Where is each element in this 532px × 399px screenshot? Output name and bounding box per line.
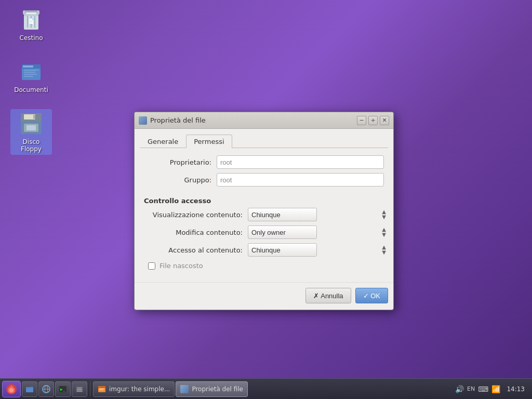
proprietario-label: Proprietario: xyxy=(144,158,217,166)
svg-rect-32 xyxy=(77,389,82,390)
modifica-row: Modifica contenuto: Chiunque Only owner … xyxy=(140,225,388,239)
proprietario-input[interactable] xyxy=(217,155,384,169)
accesso-label: Accesso al contenuto: xyxy=(144,246,248,254)
taskbar-tray: 🔊 EN ⌨ 📶 14:13 xyxy=(455,385,530,393)
svg-rect-33 xyxy=(77,391,82,392)
maximize-button[interactable]: + xyxy=(368,116,378,125)
visualizzazione-arrow-icon: ▲▼ xyxy=(382,209,386,220)
documenti-label: Documenti xyxy=(14,86,48,94)
clock-label: 14:13 xyxy=(503,385,528,393)
signal-icon: 📶 xyxy=(491,385,500,393)
floppy-label: Disco Floppy xyxy=(12,138,50,153)
modifica-select[interactable]: Chiunque Only owner Owner and group xyxy=(248,225,317,239)
gruppo-input[interactable] xyxy=(217,173,384,187)
dialog-window-label: Proprietà del file xyxy=(192,385,243,393)
close-button[interactable]: ✕ xyxy=(380,116,389,125)
taskbar-left: ▶_ imgur: the simple... Pro xyxy=(2,381,248,397)
desktop-icon-documenti[interactable]: Documenti xyxy=(10,57,52,96)
svg-point-23 xyxy=(9,388,14,392)
minimize-button[interactable]: − xyxy=(357,116,366,125)
hidden-file-checkbox[interactable] xyxy=(148,262,155,270)
dialog-controls: − + ✕ xyxy=(357,116,389,125)
svg-rect-14 xyxy=(24,74,37,75)
svg-text:📄: 📄 xyxy=(28,18,35,24)
cestino-label: Cestino xyxy=(20,34,43,42)
visualizzazione-select[interactable]: Chiunque Only owner Owner and group xyxy=(248,208,317,221)
gruppo-row: Gruppo: xyxy=(144,173,384,187)
svg-rect-1 xyxy=(25,10,37,12)
dialog-titlebar: Proprietà del file − + ✕ xyxy=(135,112,393,129)
svg-text:▶_: ▶_ xyxy=(60,387,65,392)
hidden-file-row: File nascosto xyxy=(148,262,388,270)
svg-rect-13 xyxy=(24,72,35,73)
modifica-select-wrapper: Chiunque Only owner Owner and group ▲▼ xyxy=(248,225,388,239)
visualizzazione-row: Visualizzazione contenuto: Chiunque Only… xyxy=(140,208,388,221)
access-control-header: Controllo accesso xyxy=(144,197,388,205)
form-section: Proprietario: Gruppo: xyxy=(140,153,388,193)
svg-rect-19 xyxy=(33,115,35,119)
modifica-arrow-icon: ▲▼ xyxy=(382,227,386,237)
accesso-row: Accesso al contenuto: Chiunque Only owne… xyxy=(140,243,388,257)
taskbar-menu-button[interactable] xyxy=(2,381,21,397)
proprietario-row: Proprietario: xyxy=(144,155,384,169)
desktop: 📄 Cestino Documenti xyxy=(0,0,532,378)
dialog-app-icon xyxy=(139,116,147,125)
desktop-icon-floppy[interactable]: Disco Floppy xyxy=(10,109,52,155)
svg-rect-21 xyxy=(26,125,36,130)
taskbar-browser-button[interactable] xyxy=(38,381,54,397)
taskbar: ▶_ imgur: the simple... Pro xyxy=(0,378,532,399)
tab-bar: Generale Permessi xyxy=(140,134,388,148)
dialog-title: Proprietà del file xyxy=(150,116,206,124)
svg-rect-36 xyxy=(99,389,104,389)
documents-icon xyxy=(19,59,44,84)
svg-rect-3 xyxy=(24,14,38,16)
accesso-arrow-icon: ▲▼ xyxy=(382,245,386,255)
cancel-button[interactable]: ✗ Annulla xyxy=(305,288,351,303)
svg-rect-12 xyxy=(24,70,38,71)
dialog-window-taskbar-icon xyxy=(180,385,189,393)
properties-dialog: Proprietà del file − + ✕ Generale Permes… xyxy=(134,112,394,310)
ok-button[interactable]: ✓ OK xyxy=(355,288,388,303)
accesso-select-wrapper: Chiunque Only owner Owner and group ▲▼ xyxy=(248,243,388,257)
visualizzazione-select-wrapper: Chiunque Only owner Owner and group ▲▼ xyxy=(248,208,388,221)
network-label: EN xyxy=(467,385,475,392)
dialog-title-area: Proprietà del file xyxy=(139,116,206,125)
svg-rect-11 xyxy=(23,65,33,68)
svg-rect-15 xyxy=(24,76,33,77)
hidden-file-label: File nascosto xyxy=(159,262,203,270)
tab-generale[interactable]: Generale xyxy=(140,135,186,148)
taskbar-terminal-button[interactable]: ▶_ xyxy=(55,381,71,397)
taskbar-window-browser[interactable]: imgur: the simple... xyxy=(93,381,175,397)
accesso-select[interactable]: Chiunque Only owner Owner and group xyxy=(248,243,317,257)
gruppo-label: Gruppo: xyxy=(144,176,217,184)
floppy-icon xyxy=(19,111,44,136)
tab-permessi[interactable]: Permessi xyxy=(186,135,232,148)
browser-window-label: imgur: the simple... xyxy=(109,385,170,393)
taskbar-separator xyxy=(90,382,90,396)
taskbar-window-dialog[interactable]: Proprietà del file xyxy=(176,381,248,397)
dialog-buttons: ✗ Annulla ✓ OK xyxy=(135,282,393,310)
svg-rect-37 xyxy=(99,390,103,390)
dialog-content: Generale Permessi Proprietario: Gruppo: … xyxy=(135,129,393,280)
taskbar-settings-button[interactable] xyxy=(72,381,87,397)
volume-icon[interactable]: 🔊 xyxy=(455,385,464,393)
svg-rect-7 xyxy=(26,12,36,14)
visualizzazione-label: Visualizzazione contenuto: xyxy=(144,211,248,219)
trash-icon: 📄 xyxy=(19,7,44,32)
desktop-icon-cestino[interactable]: 📄 Cestino xyxy=(10,5,52,44)
keyboard-icon: ⌨ xyxy=(478,385,488,393)
modifica-label: Modifica contenuto: xyxy=(144,229,248,236)
svg-rect-31 xyxy=(77,388,82,389)
taskbar-files-button[interactable] xyxy=(22,381,37,397)
svg-rect-35 xyxy=(98,386,105,388)
